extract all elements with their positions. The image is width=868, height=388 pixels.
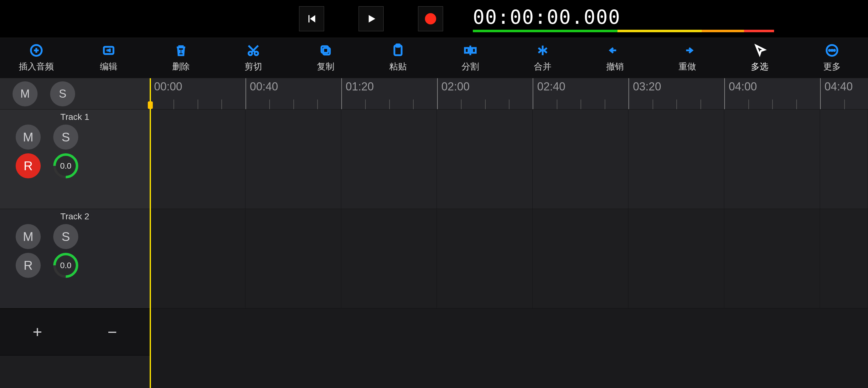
copy-icon [318,43,333,58]
redo-button[interactable]: 重做 [651,38,723,78]
share-button[interactable] [786,0,868,37]
track-header-column: M S Track 1 M S R 0.0 Track 2 M S [0,78,150,388]
track-record-arm-button[interactable]: R [16,253,41,278]
ruler-label: 01:20 [346,80,374,93]
merge-icon [535,43,550,58]
time-ruler[interactable]: 00:0000:4001:2002:0002:4003:2004:0004:40 [150,78,868,109]
plus-circle-icon [29,43,43,58]
save-button[interactable] [0,0,94,37]
undo-button[interactable]: 撤销 [579,38,651,78]
trash-icon [174,43,188,58]
svg-rect-11 [465,48,468,53]
ruler-major-tick: 03:20 [628,78,629,109]
insert-audio-button[interactable]: 插入音频 [0,38,72,78]
track-add-remove-row: + − [0,309,150,355]
action-label: 更多 [823,61,841,73]
master-mute-button[interactable]: M [12,82,38,106]
play-button[interactable] [341,0,401,37]
action-label: 合并 [534,61,551,73]
ruler-minor-tick [485,99,486,109]
track-name: Track 2 [6,212,144,222]
split-icon [463,43,477,58]
ruler-minor-tick [772,99,773,109]
track-gain-knob[interactable]: 0.0 [53,253,78,278]
svg-rect-12 [472,48,476,53]
ruler-minor-tick [389,99,390,109]
redo-icon [680,43,694,58]
transport-bar: 00:00:00.000 [0,0,868,37]
master-solo-button[interactable]: S [50,82,75,106]
ruler-minor-tick [293,99,294,109]
ruler-major-tick: 04:40 [820,78,821,109]
ruler-minor-tick [701,99,701,109]
go-to-start-button[interactable] [282,0,341,37]
track-header[interactable]: Track 2 M S R 0.0 [0,209,150,309]
ruler-major-tick: 00:40 [246,78,246,109]
mixer-button[interactable] [94,0,188,37]
ruler-major-tick: 04:00 [724,78,725,109]
timeline-content[interactable]: 00:0000:4001:2002:0002:4003:2004:0004:40 [150,78,868,388]
track-solo-button[interactable]: S [53,224,78,249]
ruler-minor-tick [317,99,318,109]
remove-track-button[interactable]: − [107,323,117,342]
action-bar: 插入音频 编辑 删除 剪切 复制 粘贴 分割 [0,37,868,78]
monitor-button[interactable] [188,0,282,37]
level-meter [473,30,774,32]
track-name: Track 1 [6,112,144,122]
ruler-minor-tick [197,99,198,109]
cut-button[interactable]: 剪切 [217,38,289,78]
copy-button[interactable]: 复制 [289,38,362,78]
sliders-icon [131,9,150,28]
timeline-area: M S Track 1 M S R 0.0 Track 2 M S [0,78,868,388]
add-track-button[interactable]: + [33,323,42,342]
action-label: 编辑 [100,61,117,73]
track-gain-knob[interactable]: 0.0 [53,153,78,179]
track-header[interactable]: Track 1 M S R 0.0 [0,109,150,209]
track-mute-button[interactable]: M [16,224,41,249]
track-record-arm-button[interactable]: R [16,153,41,179]
paste-button[interactable]: 粘贴 [362,38,434,78]
merge-button[interactable]: 合并 [506,38,579,78]
action-label: 撤销 [606,61,624,73]
svg-point-14 [829,50,830,51]
action-label: 删除 [172,61,190,73]
multiselect-button[interactable]: 多选 [723,38,796,78]
record-button[interactable] [401,0,460,37]
edit-button[interactable]: 编辑 [72,38,145,78]
ruler-minor-tick [653,99,653,109]
play-icon [365,13,377,24]
split-button[interactable]: 分割 [434,38,506,78]
ruler-major-tick: 02:40 [533,78,533,109]
time-display: 00:00:00.000 [460,0,786,37]
ruler-label: 04:00 [728,80,757,93]
action-label: 复制 [317,61,334,73]
svg-point-16 [834,50,835,51]
paste-icon [391,43,405,58]
timeline-empty-area [150,309,868,388]
track-lane[interactable] [150,109,868,209]
svg-point-15 [831,50,833,51]
ruler-label: 00:40 [250,80,278,93]
more-button[interactable]: 更多 [796,38,868,78]
playhead[interactable] [150,78,151,388]
ruler-minor-tick [413,99,414,109]
delete-button[interactable]: 删除 [145,38,217,78]
track-header-empty [0,355,150,388]
track-mute-button[interactable]: M [16,125,41,150]
cursor-icon [752,43,767,58]
svg-point-2 [144,13,147,17]
save-icon [38,9,56,28]
ruler-label: 02:40 [537,80,565,93]
action-label: 剪切 [245,61,262,73]
ruler-major-tick: 02:00 [437,78,438,109]
ruler-label: 00:00 [154,80,182,93]
ruler-minor-tick [796,99,797,109]
playhead-handle-icon [148,101,153,109]
track-lane[interactable] [150,209,868,309]
ruler-label: 03:20 [633,80,661,93]
ruler-minor-tick [174,99,174,109]
ruler-minor-tick [269,99,270,109]
action-label: 插入音频 [19,61,54,73]
track-solo-button[interactable]: S [53,125,78,150]
gain-value: 0.0 [60,161,71,171]
